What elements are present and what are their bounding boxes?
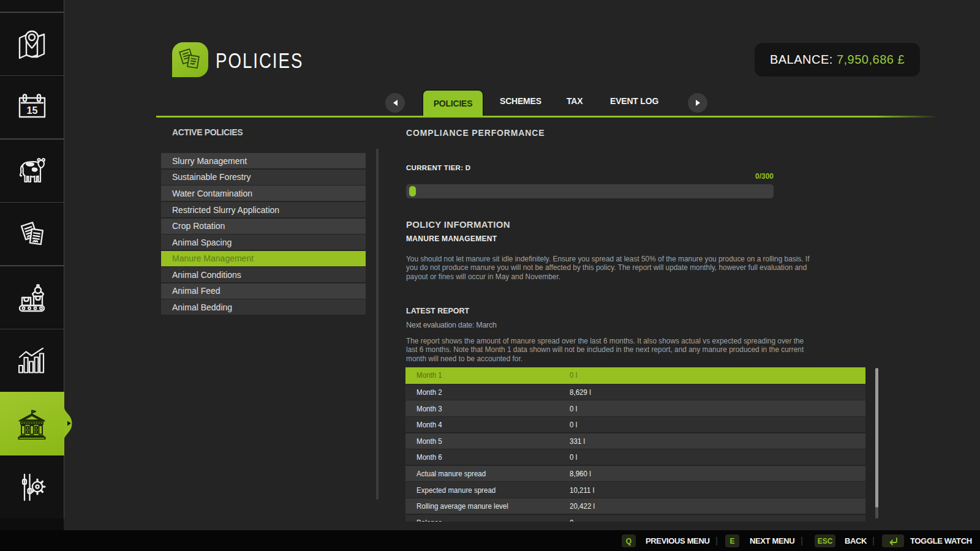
- svg-text:15: 15: [26, 105, 37, 116]
